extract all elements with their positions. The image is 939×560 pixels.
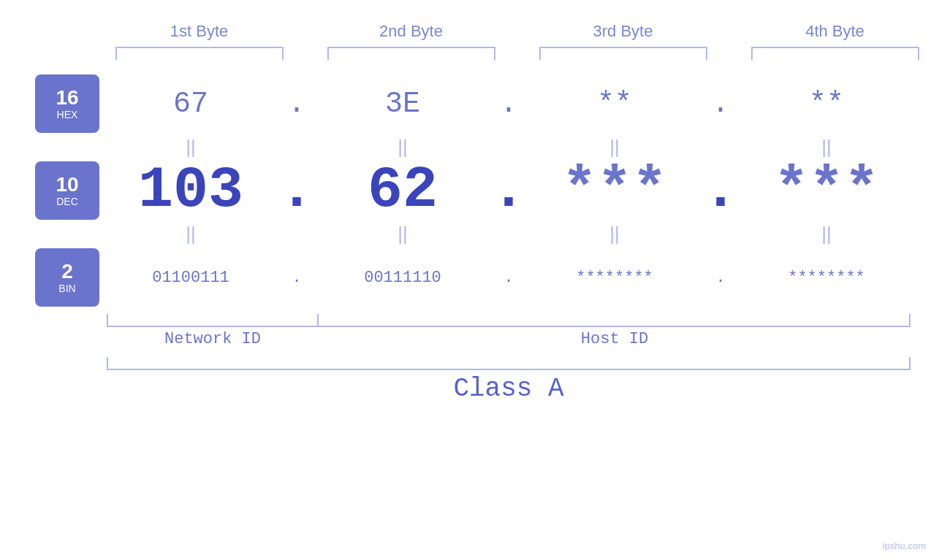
hex-row: 16 HEX 67 . 3E . ** . ** <box>0 74 939 133</box>
bracket-top-3 <box>539 47 707 60</box>
bin-b3: ******** <box>531 269 699 287</box>
byte2-header: 2nd Byte <box>327 22 495 41</box>
dec-dot2: . <box>487 161 531 220</box>
dec-base-label: DEC <box>56 196 78 207</box>
eq2-b1: || <box>107 223 275 245</box>
hex-dot3: . <box>699 88 742 120</box>
dec-b1: 103 <box>107 161 275 220</box>
bin-b4: ******** <box>742 269 911 287</box>
watermark: ipshu.com <box>883 540 926 551</box>
bracket-top-4 <box>751 47 919 60</box>
host-id-label: Host ID <box>319 330 911 348</box>
network-id-label: Network ID <box>107 330 319 348</box>
hex-b3: ** <box>531 88 699 120</box>
dec-dot1: . <box>275 161 319 220</box>
host-bracket-line <box>319 314 911 327</box>
dec-b2: 62 <box>319 161 487 220</box>
network-bracket-line <box>107 314 319 327</box>
bin-b1: 01100111 <box>107 269 275 287</box>
bin-row: 2 BIN 01100111 . 00111110 . ******** . *… <box>0 248 939 307</box>
eq1-b2: || <box>319 136 487 158</box>
eq1-b1: || <box>107 136 275 158</box>
dec-badge: 10 DEC <box>35 161 99 220</box>
equals-row-2: || || || || <box>0 223 939 245</box>
eq2-b3: || <box>531 223 699 245</box>
network-host-brackets: Network ID Host ID <box>0 314 939 348</box>
hex-dot2: . <box>487 88 531 120</box>
dec-dot3: . <box>699 161 742 220</box>
byte3-header: 3rd Byte <box>539 22 707 41</box>
dec-b4: *** <box>742 161 911 220</box>
class-section: Class A <box>0 357 939 404</box>
bin-dot2: . <box>487 269 531 287</box>
dec-row: 10 DEC 103 . 62 . *** . *** <box>0 161 939 220</box>
dec-b3: *** <box>531 161 699 220</box>
byte1-header: 1st Byte <box>115 22 284 41</box>
dec-base-number: 10 <box>56 174 78 196</box>
eq1-b4: || <box>742 136 911 158</box>
eq2-b4: || <box>742 223 911 245</box>
hex-b4: ** <box>742 88 911 120</box>
eq2-b2: || <box>319 223 487 245</box>
bin-badge: 2 BIN <box>35 248 99 307</box>
class-label: Class A <box>107 374 911 404</box>
class-bracket-line <box>107 357 911 370</box>
byte4-header: 4th Byte <box>751 22 919 41</box>
bin-dot3: . <box>699 269 742 287</box>
bin-dot1: . <box>275 269 319 287</box>
hex-base-label: HEX <box>57 109 78 120</box>
equals-row-1: || || || || <box>0 136 939 158</box>
main-container: 1st Byte 2nd Byte 3rd Byte 4th Byte 16 H… <box>0 0 939 560</box>
bin-base-label: BIN <box>58 283 75 294</box>
hex-dot1: . <box>275 88 319 120</box>
hex-base-number: 16 <box>56 87 78 110</box>
bin-b2: 00111110 <box>319 269 487 287</box>
hex-b1: 67 <box>107 88 275 120</box>
bracket-top-1 <box>115 47 284 60</box>
bin-base-number: 2 <box>61 261 73 283</box>
hex-b2: 3E <box>319 88 487 120</box>
hex-badge: 16 HEX <box>35 74 99 133</box>
eq1-b3: || <box>531 136 699 158</box>
bracket-top-2 <box>327 47 495 60</box>
